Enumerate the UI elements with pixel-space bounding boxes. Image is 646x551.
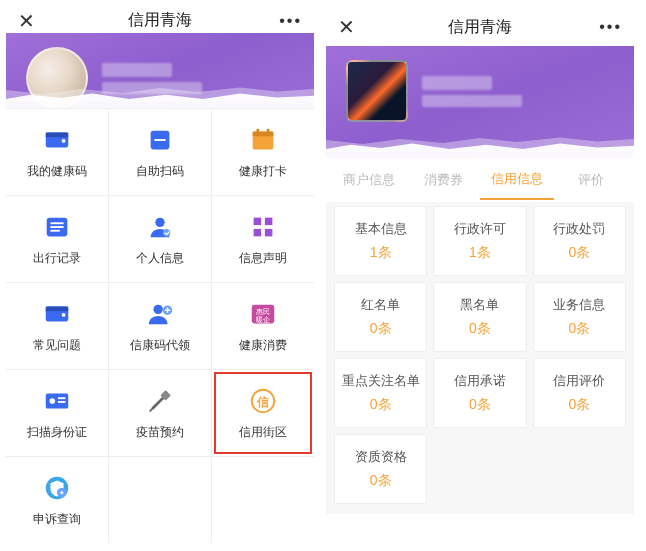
profile-hero (6, 33, 314, 108)
profile-hero (326, 46, 634, 158)
card-penalty[interactable]: 行政处罚 0条 (533, 206, 626, 276)
svg-rect-1 (46, 132, 69, 137)
personal-info-icon (145, 212, 175, 242)
svg-point-21 (62, 313, 66, 317)
svg-rect-20 (46, 306, 69, 311)
grid-label: 健康消费 (239, 337, 287, 354)
code-proxy-icon (145, 299, 175, 329)
card-permit[interactable]: 行政许可 1条 (433, 206, 526, 276)
page-title: 信用青海 (42, 10, 278, 31)
card-redlist[interactable]: 红名单 0条 (334, 282, 427, 352)
card-eval[interactable]: 信用评价 0条 (533, 358, 626, 428)
svg-rect-8 (267, 128, 270, 134)
grid-label: 个人信息 (136, 250, 184, 267)
svg-rect-15 (254, 217, 262, 225)
tab-bar: 商户信息消费券信用信息评价 (326, 158, 634, 202)
svg-rect-10 (50, 222, 63, 224)
right-screen: ✕ 信用青海 ••• 商户信息消费券信用信息评价 基本信息 1条行政许可 1条行… (326, 8, 634, 543)
feature-grid: 我的健康码 自助扫码 健康打卡 出行记录 个人信息 信息声明 常见问题 信康码代… (6, 108, 314, 543)
svg-text:暖企: 暖企 (256, 315, 270, 322)
card-title: 红名单 (361, 297, 400, 314)
vaccine-book-icon (145, 386, 175, 416)
card-value: 0条 (469, 320, 491, 338)
svg-rect-29 (58, 397, 66, 399)
grid-health-checkin[interactable]: 健康打卡 (212, 109, 314, 195)
svg-line-33 (150, 407, 154, 411)
svg-rect-12 (50, 229, 59, 231)
topbar: ✕ 信用青海 ••• (326, 8, 634, 46)
svg-rect-17 (254, 228, 262, 236)
card-value: 0条 (469, 396, 491, 414)
faq-icon (42, 299, 72, 329)
tab-coupon[interactable]: 消费券 (406, 161, 480, 199)
close-icon[interactable]: ✕ (18, 9, 42, 33)
svg-rect-11 (50, 226, 63, 228)
grid-scan-id[interactable]: 扫描身份证 (6, 370, 108, 456)
credit-street-icon: 信 (248, 386, 278, 416)
card-title: 信用承诺 (454, 373, 506, 390)
tab-credit[interactable]: 信用信息 (480, 160, 554, 200)
card-title: 业务信息 (553, 297, 605, 314)
svg-rect-30 (58, 401, 66, 403)
health-code-icon (42, 125, 72, 155)
card-value: 1条 (469, 244, 491, 262)
svg-text:信: 信 (256, 394, 269, 408)
card-title: 资质资格 (355, 449, 407, 466)
svg-rect-16 (265, 217, 273, 225)
svg-text:惠民: 惠民 (255, 308, 270, 315)
card-title: 黑名单 (460, 297, 499, 314)
card-value: 0条 (568, 244, 590, 262)
svg-point-28 (50, 398, 56, 404)
grid-label: 我的健康码 (27, 163, 87, 180)
card-value: 0条 (370, 320, 392, 338)
grid-label: 信用街区 (239, 424, 287, 441)
grid-label: 健康打卡 (239, 163, 287, 180)
svg-rect-18 (265, 228, 273, 236)
svg-point-22 (153, 304, 162, 313)
grid-label: 常见问题 (33, 337, 81, 354)
grid-info-statement[interactable]: 信息声明 (212, 196, 314, 282)
scan-id-icon (42, 386, 72, 416)
grid-health-code[interactable]: 我的健康码 (6, 109, 108, 195)
card-title: 行政许可 (454, 221, 506, 238)
grid-self-scan[interactable]: 自助扫码 (109, 109, 211, 195)
grid-personal-info[interactable]: 个人信息 (109, 196, 211, 282)
card-title: 基本信息 (355, 221, 407, 238)
card-basic[interactable]: 基本信息 1条 (334, 206, 427, 276)
tab-review[interactable]: 评价 (554, 161, 628, 199)
health-checkin-icon (248, 125, 278, 155)
card-promise[interactable]: 信用承诺 0条 (433, 358, 526, 428)
grid-travel-record[interactable]: 出行记录 (6, 196, 108, 282)
grid-label: 申诉查询 (33, 511, 81, 528)
card-title: 行政处罚 (553, 221, 605, 238)
card-blacklist[interactable]: 黑名单 0条 (433, 282, 526, 352)
grid-credit-street[interactable]: 信 信用街区 (212, 370, 314, 456)
svg-rect-7 (256, 128, 259, 134)
username-blurred (422, 71, 522, 112)
card-title: 信用评价 (553, 373, 605, 390)
more-icon[interactable]: ••• (278, 12, 302, 30)
svg-rect-6 (253, 131, 274, 136)
card-focus[interactable]: 重点关注名单 0条 (334, 358, 427, 428)
avatar[interactable] (346, 60, 408, 122)
card-value: 0条 (568, 396, 590, 414)
card-biz[interactable]: 业务信息 0条 (533, 282, 626, 352)
card-value: 0条 (370, 472, 392, 490)
info-statement-icon (248, 212, 278, 242)
svg-rect-4 (154, 139, 165, 141)
tab-merchant[interactable]: 商户信息 (332, 161, 406, 199)
svg-point-2 (62, 139, 66, 143)
grid-label: 出行记录 (33, 250, 81, 267)
grid-label: 信息声明 (239, 250, 287, 267)
grid-health-consume[interactable]: 惠民暖企 健康消费 (212, 283, 314, 369)
more-icon[interactable]: ••• (598, 18, 622, 36)
grid-appeal-query[interactable]: 申诉查询 (6, 457, 108, 543)
grid-code-proxy[interactable]: 信康码代领 (109, 283, 211, 369)
card-qualify[interactable]: 资质资格 0条 (334, 434, 427, 504)
card-value: 0条 (370, 396, 392, 414)
grid-vaccine-book[interactable]: 疫苗预约 (109, 370, 211, 456)
grid-faq[interactable]: 常见问题 (6, 283, 108, 369)
grid-label: 信康码代领 (130, 337, 190, 354)
close-icon[interactable]: ✕ (338, 15, 362, 39)
topbar: ✕ 信用青海 ••• (6, 8, 314, 33)
